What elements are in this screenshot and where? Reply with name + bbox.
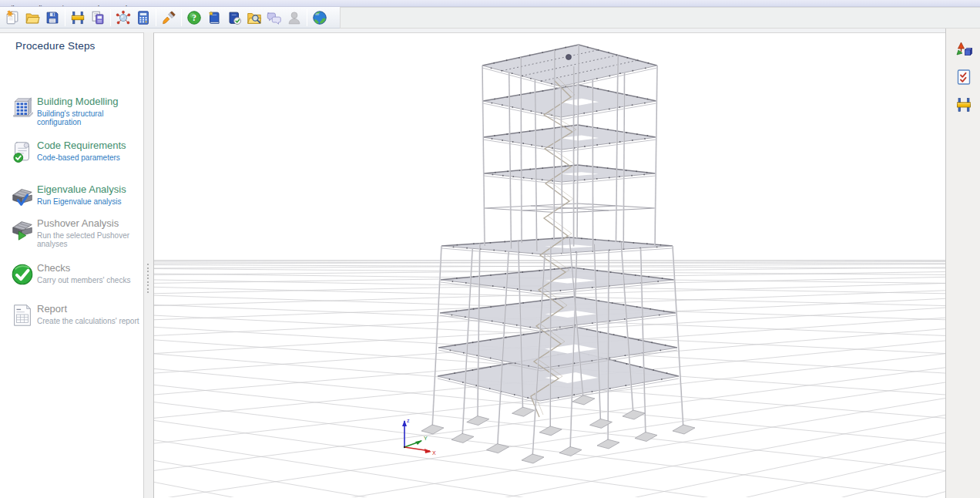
toolbar-filler	[340, 7, 980, 29]
new-document-button[interactable]	[2, 8, 22, 27]
eigenvalue-element-icon	[9, 183, 35, 209]
view-axes-icon	[955, 40, 973, 59]
code-scroll-icon	[9, 139, 35, 165]
report-document-button[interactable]	[88, 8, 108, 27]
footing	[522, 454, 544, 463]
svg-text:?: ?	[192, 13, 196, 22]
save-icon	[44, 9, 61, 26]
procedure-step-title: Building Modelling	[37, 96, 119, 107]
procedure-steps-title: Procedure Steps	[15, 40, 96, 52]
procedure-step-subtitle: Run Eigenvalue analysis	[37, 197, 122, 206]
axis-label-z: z	[407, 418, 410, 423]
help-button[interactable]: ?	[184, 8, 204, 27]
open-folder-button[interactable]	[22, 8, 42, 27]
application-window: FileEditViewToolsHelp ? Procedure Steps …	[0, 0, 980, 498]
procedure-step-subtitle: Code-based parameters	[37, 153, 120, 162]
toolbar-separator	[110, 9, 111, 26]
footing	[590, 419, 612, 428]
procedure-step-code-requirements[interactable]: Code RequirementsCode-based parameters	[0, 137, 143, 176]
save-button[interactable]	[42, 8, 62, 27]
toolbar-separator	[307, 9, 307, 26]
frame-section-button[interactable]	[68, 8, 88, 27]
roof-node	[566, 55, 572, 60]
footing	[421, 425, 444, 434]
website-globe-button[interactable]	[310, 8, 330, 27]
verification-book-button[interactable]	[224, 8, 244, 27]
pushover-element-icon	[9, 217, 35, 243]
procedure-step-subtitle: Run the selected Pushover analyses	[37, 231, 143, 248]
footing	[635, 432, 657, 442]
support-user-icon	[286, 9, 303, 26]
procedure-step-subtitle: Create the calculations' report	[37, 317, 139, 325]
procedure-step-building-modelling[interactable]: Building ModellingBuilding's structural …	[0, 93, 143, 132]
splitter-grip[interactable]	[147, 264, 150, 293]
procedure-step-title: Report	[37, 303, 67, 315]
checks-circle-icon	[9, 261, 35, 288]
examples-folder-button[interactable]	[244, 8, 264, 27]
open-folder-icon	[24, 9, 41, 26]
procedure-step-pushover-analysis[interactable]: Pushover AnalysisRun the selected Pushov…	[0, 215, 143, 254]
verification-book-icon	[226, 9, 243, 26]
footing	[451, 433, 474, 442]
procedure-step-report[interactable]: ReportCreate the calculations' report	[0, 301, 143, 339]
frame-view-button[interactable]	[953, 94, 975, 116]
toolbar-separator	[156, 9, 156, 26]
view-toolbar	[945, 29, 980, 498]
model-3d-viewport[interactable]: zYX	[153, 32, 945, 498]
procedure-step-subtitle: Building's structural configuration	[37, 109, 143, 126]
calculator-icon	[135, 9, 152, 26]
procedure-step-title: Checks	[37, 262, 70, 274]
main-toolbar: ?	[0, 7, 980, 29]
footing	[597, 439, 619, 449]
pushover-element-icon	[9, 217, 35, 243]
procedure-step-title: Eigenvalue Analysis	[37, 183, 126, 195]
procedure-step-title: Pushover Analysis	[37, 217, 119, 229]
footing	[512, 407, 535, 416]
procedure-step-checks[interactable]: ChecksCarry out members' checks	[0, 260, 143, 298]
forum-bubbles-button[interactable]	[264, 8, 284, 27]
toolbar-separator	[181, 9, 182, 26]
forum-bubbles-icon	[266, 9, 283, 26]
toolbar-separator	[65, 9, 65, 26]
new-document-icon	[4, 9, 21, 26]
eigenvalue-element-icon	[9, 183, 35, 209]
axis-triad: zYX	[402, 418, 436, 456]
model-3d-button[interactable]	[113, 8, 133, 27]
footing	[539, 426, 562, 436]
calculator-button[interactable]	[133, 8, 153, 27]
view-axes-button[interactable]	[953, 39, 975, 60]
building-icon	[9, 95, 35, 121]
procedure-steps-panel: Procedure Steps Building ModellingBuildi…	[0, 32, 143, 498]
menu-bar: FileEditViewToolsHelp	[0, 0, 980, 7]
active-checks-button[interactable]	[953, 66, 975, 88]
procedure-step-subtitle: Carry out members' checks	[37, 276, 130, 284]
manual-book-icon	[206, 9, 223, 26]
frame-view-icon	[955, 96, 973, 114]
footing	[673, 425, 695, 434]
building-icon	[9, 95, 35, 121]
repaint-brush-icon	[160, 9, 177, 26]
report-page-icon	[9, 302, 35, 328]
manual-book-button[interactable]	[204, 8, 224, 27]
frame-section-icon	[69, 9, 86, 26]
active-checks-icon	[955, 68, 973, 86]
model-3d-icon	[115, 9, 132, 26]
footing	[623, 410, 645, 419]
help-icon: ?	[186, 9, 203, 26]
footing	[467, 416, 489, 426]
panel-splitter[interactable]	[143, 32, 153, 498]
report-document-icon	[89, 9, 106, 26]
report-page-icon	[9, 302, 35, 328]
support-user-button	[284, 8, 304, 27]
procedure-step-title: Code Requirements	[37, 140, 126, 151]
examples-folder-icon	[246, 9, 263, 26]
toolbar-button-strip: ?	[0, 7, 340, 29]
website-globe-icon	[311, 9, 328, 26]
repaint-brush-button[interactable]	[159, 8, 179, 27]
checks-circle-icon	[9, 261, 35, 288]
procedure-step-eigenvalue-analysis[interactable]: Eigenvalue AnalysisRun Eigenvalue analys…	[0, 181, 143, 220]
axis-label-x: X	[432, 450, 436, 456]
building-model-canvas[interactable]: zYX	[154, 33, 945, 497]
axis-label-y: Y	[424, 436, 428, 441]
code-scroll-icon	[9, 139, 35, 165]
